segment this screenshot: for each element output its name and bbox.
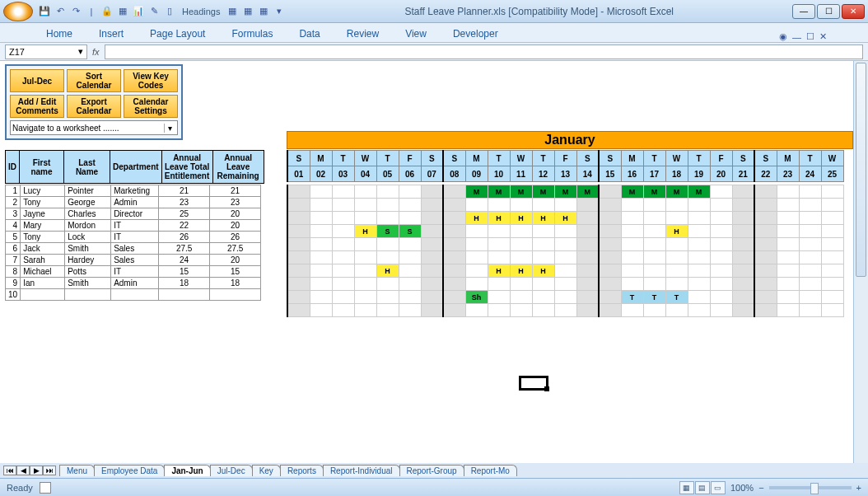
calendar-cell[interactable]: T xyxy=(665,291,688,304)
calendar-cell[interactable] xyxy=(443,238,465,251)
calendar-cell[interactable] xyxy=(710,251,732,264)
calendar-cell[interactable] xyxy=(287,291,310,304)
calendar-cell[interactable] xyxy=(465,304,488,317)
calendar-cell[interactable] xyxy=(821,278,843,291)
calendar-cell[interactable]: H xyxy=(510,264,532,278)
calendar-cell[interactable] xyxy=(376,238,399,251)
table-row[interactable]: 4MaryMordonIT2220 xyxy=(6,220,261,232)
calendar-row[interactable] xyxy=(287,238,843,251)
table-row[interactable]: 7SarahHardeySales2420 xyxy=(6,255,261,266)
calendar-cell[interactable] xyxy=(732,304,754,317)
calendar-cell[interactable] xyxy=(310,225,332,238)
calendar-cell[interactable] xyxy=(777,238,799,251)
table-row[interactable]: 2TonyGeorgeAdmin2323 xyxy=(6,197,261,208)
ribbon-tab-home[interactable]: Home xyxy=(41,26,77,42)
calendar-cell[interactable]: H xyxy=(465,212,488,225)
calendar-cell[interactable]: M xyxy=(488,185,510,199)
page-break-view-icon[interactable]: ▭ xyxy=(711,481,726,494)
calendar-cell[interactable] xyxy=(688,199,710,212)
calendar-row[interactable]: HHHH xyxy=(287,264,843,278)
calendar-cell[interactable] xyxy=(688,264,710,278)
calendar-cell[interactable] xyxy=(421,304,443,317)
calendar-cell[interactable] xyxy=(310,238,332,251)
calendar-cell[interactable] xyxy=(665,264,688,278)
calendar-cell[interactable] xyxy=(643,212,665,225)
table-row[interactable]: 8MichaelPottsIT1515 xyxy=(6,266,261,278)
calendar-cell[interactable]: M xyxy=(688,185,710,199)
calendar-row[interactable] xyxy=(287,278,843,291)
calendar-cell[interactable]: H xyxy=(510,212,532,225)
calendar-cell[interactable] xyxy=(287,185,310,199)
calendar-cell[interactable] xyxy=(643,251,665,264)
calendar-cell[interactable] xyxy=(287,238,310,251)
calendar-cell[interactable] xyxy=(488,278,510,291)
calendar-cell[interactable] xyxy=(376,278,399,291)
undo-icon[interactable]: ↶ xyxy=(54,5,67,18)
calendar-cell[interactable] xyxy=(332,199,354,212)
calendar-cell[interactable]: T xyxy=(643,291,665,304)
calendar-cell[interactable] xyxy=(532,304,554,317)
calendar-cell[interactable] xyxy=(643,238,665,251)
scroll-thumb[interactable] xyxy=(856,63,866,277)
close-button[interactable]: ✕ xyxy=(842,4,865,19)
calendar-cell[interactable] xyxy=(599,225,621,238)
calendar-cell[interactable] xyxy=(354,264,376,278)
calendar-cell[interactable]: M xyxy=(532,185,554,199)
calendar-cell[interactable] xyxy=(554,238,576,251)
calendar-cell[interactable] xyxy=(576,225,599,238)
calendar-cell[interactable] xyxy=(399,264,421,278)
calendar-cell[interactable] xyxy=(310,199,332,212)
calendar-cell[interactable] xyxy=(821,238,843,251)
calendar-cell[interactable] xyxy=(754,304,777,317)
calendar-cell[interactable] xyxy=(777,185,799,199)
calendar-cell[interactable] xyxy=(510,278,532,291)
calendar-cell[interactable] xyxy=(799,264,821,278)
minimize-button[interactable]: — xyxy=(792,4,815,19)
calendar-cell[interactable] xyxy=(532,225,554,238)
calendar-cell[interactable] xyxy=(821,264,843,278)
calendar-cell[interactable] xyxy=(799,304,821,317)
calendar-cell[interactable] xyxy=(599,264,621,278)
calendar-row[interactable] xyxy=(287,199,843,212)
calendar-cell[interactable] xyxy=(354,304,376,317)
worksheet-area[interactable]: Jul-Dec Sort Calendar View Key Codes Add… xyxy=(0,61,853,478)
formula-input[interactable] xyxy=(105,44,863,59)
table-row[interactable]: 6JackSmithSales27.527.5 xyxy=(6,243,261,255)
redo-icon[interactable]: ↷ xyxy=(69,5,82,18)
calendar-cell[interactable] xyxy=(821,225,843,238)
calendar-row[interactable]: ShTTT xyxy=(287,291,843,304)
calendar-cell[interactable] xyxy=(777,291,799,304)
edit-icon[interactable]: ✎ xyxy=(147,5,161,18)
calendar-cell[interactable] xyxy=(665,199,688,212)
calendar-cell[interactable] xyxy=(688,278,710,291)
calendar-row[interactable]: MMMMMMMMMM xyxy=(287,185,843,199)
col-department[interactable]: Department xyxy=(110,151,162,184)
calendar-cell[interactable] xyxy=(732,212,754,225)
zoom-in-icon[interactable]: + xyxy=(856,483,861,493)
calendar-cell[interactable]: H xyxy=(532,264,554,278)
calendar-cell[interactable] xyxy=(799,185,821,199)
calendar-cell[interactable]: M xyxy=(643,185,665,199)
calendar-cell[interactable] xyxy=(754,264,777,278)
calendar-cell[interactable]: H xyxy=(354,225,376,238)
calendar-cell[interactable] xyxy=(821,212,843,225)
calendar-cell[interactable]: H xyxy=(376,264,399,278)
calendar-cell[interactable] xyxy=(576,278,599,291)
calendar-cell[interactable] xyxy=(332,264,354,278)
prev-tab-icon[interactable]: ◀ xyxy=(16,466,30,475)
calendar-cell[interactable] xyxy=(465,225,488,238)
sheet-tab-key[interactable]: Key xyxy=(252,465,281,476)
calendar-cell[interactable] xyxy=(421,251,443,264)
ribbon-tab-developer[interactable]: Developer xyxy=(448,26,503,42)
col-annual-leave-total[interactable]: Annual Leave Total Entitlement xyxy=(161,151,212,184)
calendar-cell[interactable] xyxy=(732,185,754,199)
calendar-cell[interactable] xyxy=(777,264,799,278)
calendar-cell[interactable] xyxy=(777,212,799,225)
calendar-cell[interactable] xyxy=(799,199,821,212)
calendar-cell[interactable] xyxy=(421,278,443,291)
calendar-cell[interactable] xyxy=(754,225,777,238)
zoom-out-icon[interactable]: − xyxy=(758,483,763,493)
view-key-codes-button[interactable]: View Key Codes xyxy=(124,69,178,92)
calendar-cell[interactable] xyxy=(554,264,576,278)
calendar-cell[interactable] xyxy=(576,291,599,304)
